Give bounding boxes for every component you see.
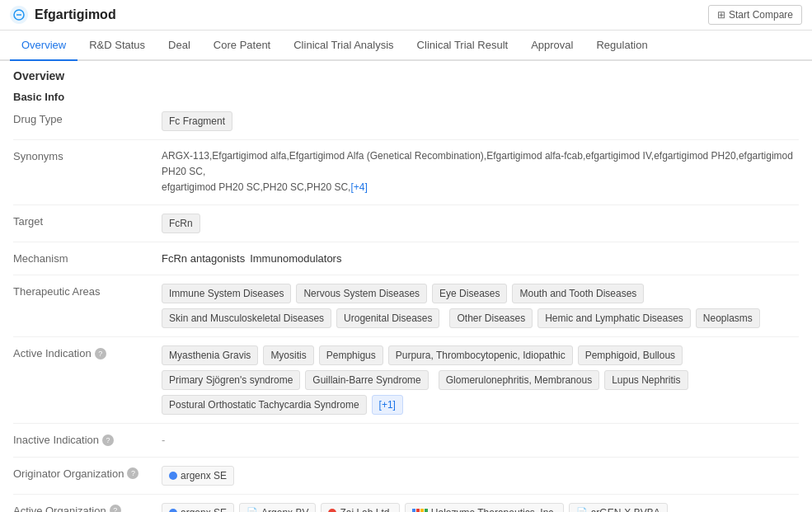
ta-tag-8: Hemic and Lymphatic Diseases bbox=[537, 308, 691, 328]
active-org-1: argenx SE bbox=[162, 503, 234, 512]
active-org-5: 📄 arGEN-X BVBA bbox=[569, 503, 668, 512]
active-org-3-name: Zai Lab Ltd. bbox=[340, 505, 392, 512]
ta-tag-1: Immune System Diseases bbox=[162, 284, 291, 303]
mechanism-text-1: FcRn antagonists bbox=[162, 251, 245, 267]
header: Efgartigimod ⊞ Start Compare bbox=[0, 0, 812, 31]
ta-tag-7: Other Diseases bbox=[449, 308, 533, 328]
active-indication-label: Active Indication ? bbox=[13, 345, 162, 359]
tab-overview[interactable]: Overview bbox=[10, 31, 77, 61]
active-org-4: Halozyme Therapeutics, Inc. bbox=[405, 503, 564, 512]
synonyms-label: Synonyms bbox=[13, 148, 162, 162]
active-org-4-name: Halozyme Therapeutics, Inc. bbox=[431, 505, 556, 512]
inactive-indication-info-icon[interactable]: ? bbox=[102, 434, 114, 446]
active-org-2-name: Argenx BV bbox=[261, 505, 308, 512]
active-org-5-doc-icon: 📄 bbox=[576, 505, 588, 512]
ai-tag-5: Pemphigoid, Bullous bbox=[578, 345, 683, 365]
synonyms-value: ARGX-113,Efgartigimod alfa,Efgartigimod … bbox=[162, 148, 799, 196]
header-left: Efgartigimod bbox=[10, 6, 116, 24]
ai-tag-10: Postural Orthostatic Tachycardia Syndrom… bbox=[162, 395, 367, 415]
target-value: FcRn bbox=[162, 214, 799, 233]
synonyms-text: ARGX-113,Efgartigimod alfa,Efgartigimod … bbox=[162, 148, 799, 196]
therapeutic-areas-value: Immune System Diseases Nervous System Di… bbox=[162, 284, 799, 328]
basic-info-header: Basic Info bbox=[0, 87, 812, 103]
ai-tag-2: Myositis bbox=[263, 345, 313, 365]
ai-plus-tag[interactable]: [+1] bbox=[372, 395, 403, 415]
ai-tag-9: Lupus Nephritis bbox=[604, 370, 688, 390]
active-org-value: argenx SE 📄 Argenx BV Zai Lab Ltd. Haloz… bbox=[162, 503, 799, 512]
drug-type-label: Drug Type bbox=[13, 111, 162, 125]
active-org-info-icon[interactable]: ? bbox=[110, 505, 121, 512]
tab-clinical-trial-analysis[interactable]: Clinical Trial Analysis bbox=[282, 31, 405, 61]
active-org-row: Active Organization ? argenx SE 📄 Argenx… bbox=[13, 495, 799, 512]
originator-org-1-dot bbox=[169, 472, 177, 480]
synonyms-row: Synonyms ARGX-113,Efgartigimod alfa,Efga… bbox=[13, 140, 799, 205]
content-area: Drug Type Fc Fragment Synonyms ARGX-113,… bbox=[0, 103, 812, 512]
mechanism-text-2: Immunomodulators bbox=[250, 251, 341, 267]
target-label: Target bbox=[13, 214, 162, 228]
tab-clinical-trial-result[interactable]: Clinical Trial Result bbox=[406, 31, 520, 61]
tab-core-patent[interactable]: Core Patent bbox=[202, 31, 282, 61]
mechanism-value: FcRn antagonists Immunomodulators bbox=[162, 251, 799, 267]
synonyms-plus-link[interactable]: [+4] bbox=[350, 181, 367, 193]
drug-type-tag: Fc Fragment bbox=[162, 111, 232, 131]
compare-icon: ⊞ bbox=[717, 9, 725, 21]
nav-tabs: Overview R&D Status Deal Core Patent Cli… bbox=[0, 31, 812, 61]
inactive-indication-value: - bbox=[162, 432, 799, 449]
target-row: Target FcRn bbox=[13, 205, 799, 242]
ai-tag-3: Pemphigus bbox=[319, 345, 383, 365]
originator-org-info-icon[interactable]: ? bbox=[127, 467, 138, 479]
ai-tag-8: Glomerulonephritis, Membranous bbox=[439, 370, 599, 390]
overview-section-header: Overview bbox=[0, 61, 812, 87]
ai-tag-1: Myasthenia Gravis bbox=[162, 345, 258, 365]
ta-tag-9: Neoplasms bbox=[696, 308, 760, 328]
active-org-3-dot bbox=[328, 509, 336, 512]
drug-type-value: Fc Fragment bbox=[162, 111, 799, 131]
mechanism-label: Mechanism bbox=[13, 251, 162, 265]
ai-tag-4: Purpura, Thrombocytopenic, Idiopathic bbox=[388, 345, 573, 365]
inactive-indication-label: Inactive Indication ? bbox=[13, 432, 162, 446]
ta-tag-2: Nervous System Diseases bbox=[296, 284, 427, 303]
active-indication-info-icon[interactable]: ? bbox=[95, 348, 106, 359]
active-org-3: Zai Lab Ltd. bbox=[321, 503, 399, 512]
mechanism-row: Mechanism FcRn antagonists Immunomodulat… bbox=[13, 242, 799, 276]
active-indication-value: Myasthenia Gravis Myositis Pemphigus Pur… bbox=[162, 345, 799, 415]
active-org-4-icon bbox=[412, 509, 428, 512]
therapeutic-areas-row: Therapeutic Areas Immune System Diseases… bbox=[13, 275, 799, 337]
originator-org-1-name: argenx SE bbox=[181, 468, 227, 483]
active-org-label: Active Organization ? bbox=[13, 503, 162, 512]
originator-org-label: Originator Organization ? bbox=[13, 466, 162, 480]
ta-tag-5: Skin and Musculoskeletal Diseases bbox=[162, 308, 331, 328]
ta-tag-3: Eye Diseases bbox=[432, 284, 507, 303]
originator-org-value: argenx SE bbox=[162, 466, 799, 486]
originator-org-1: argenx SE bbox=[162, 466, 234, 486]
ai-tag-7: Guillain-Barre Syndrome bbox=[305, 370, 428, 390]
active-indication-row: Active Indication ? Myasthenia Gravis My… bbox=[13, 337, 799, 424]
drug-icon bbox=[10, 6, 28, 24]
start-compare-label: Start Compare bbox=[729, 9, 793, 21]
ai-tag-6: Primary Sjögren's syndrome bbox=[162, 370, 300, 390]
therapeutic-areas-label: Therapeutic Areas bbox=[13, 284, 162, 298]
active-org-2: 📄 Argenx BV bbox=[239, 503, 316, 512]
inactive-indication-row: Inactive Indication ? - bbox=[13, 424, 799, 458]
start-compare-button[interactable]: ⊞ Start Compare bbox=[708, 5, 802, 25]
active-org-5-name: arGEN-X BVBA bbox=[591, 505, 660, 512]
tab-approval[interactable]: Approval bbox=[519, 31, 584, 61]
target-tag: FcRn bbox=[162, 214, 200, 233]
ta-tag-6: Urogenital Diseases bbox=[336, 308, 439, 328]
tab-rd-status[interactable]: R&D Status bbox=[77, 31, 157, 61]
ta-tag-4: Mouth and Tooth Diseases bbox=[512, 284, 644, 303]
active-org-1-name: argenx SE bbox=[181, 505, 227, 512]
tab-deal[interactable]: Deal bbox=[157, 31, 202, 61]
originator-org-row: Originator Organization ? argenx SE bbox=[13, 458, 799, 495]
tab-regulation[interactable]: Regulation bbox=[584, 31, 659, 61]
drug-type-row: Drug Type Fc Fragment bbox=[13, 103, 799, 140]
active-org-2-doc-icon: 📄 bbox=[246, 505, 258, 512]
drug-name: Efgartigimod bbox=[35, 7, 116, 22]
inactive-indication-dash: - bbox=[162, 432, 165, 449]
active-org-1-dot bbox=[169, 509, 177, 512]
